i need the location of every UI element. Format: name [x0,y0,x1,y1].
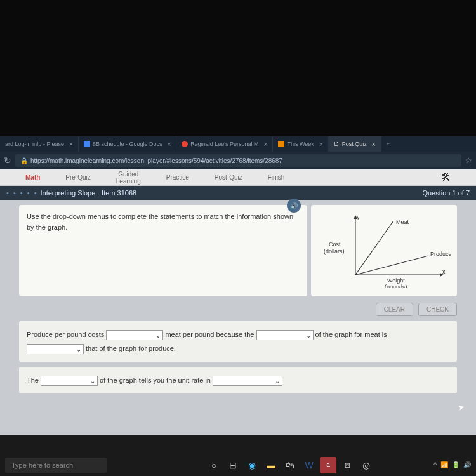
browser-tab-strip: ard Log-in info - Please× 8B schedule - … [0,136,476,152]
tab-label: Reginald Lee's Personal M [190,141,258,147]
new-tab-button[interactable]: + [381,141,395,147]
page-icon: 🗋 [334,141,340,147]
sentence-text: of the graph for meat is [314,331,387,338]
y-axis-label: y [357,214,360,220]
volume-icon[interactable]: 🔊 [463,461,471,468]
sentence-text: The [27,376,41,384]
instruction-text-end: by the graph. [27,223,67,231]
sentence-text: meat per pound because the [163,331,256,338]
instruction-underlined: shown [273,213,293,220]
dropdown-cost-comparison[interactable] [106,330,163,340]
battery-icon[interactable]: 🔋 [452,461,459,468]
check-button[interactable]: CHECK [418,303,457,316]
refresh-icon[interactable]: ↻ [4,155,11,166]
audio-button[interactable]: 🔊 [287,199,301,213]
nav-practice[interactable]: Practice [166,174,189,181]
windows-taskbar: Type here to search ○ ⊟ ◉ ▬ 🛍 W a ⧈ ◎ ^ … [0,454,476,476]
graph-panel: y x Meat Produce Cost (dollars) Weight (… [311,205,457,296]
progress-dots: • • • • • [6,189,37,197]
svg-line-5 [355,256,428,275]
favorite-icon[interactable]: ☆ [465,156,472,165]
toolbox-icon[interactable]: 🛠 [440,172,451,183]
app-icon [278,141,284,147]
nav-finish[interactable]: Finish [268,174,285,181]
series-meat-label: Meat [396,219,409,225]
dropdown-graph-feature[interactable] [256,330,314,340]
docs-icon [84,141,90,147]
instruction-panel: 🔊 Use the drop-down menus to complete th… [19,205,307,296]
taskbar-search[interactable]: Type here to search [5,458,107,473]
store-icon[interactable]: 🛍 [282,457,298,473]
x-axis-label: x [442,268,446,275]
dropdown-graph-property[interactable] [41,376,98,386]
nav-postquiz[interactable]: Post-Quiz [215,174,242,181]
clear-button[interactable]: CLEAR [376,303,413,316]
close-icon[interactable]: × [69,141,73,148]
network-icon[interactable]: 📶 [440,461,448,468]
ylabel2: (dollars) [324,248,345,255]
close-icon[interactable]: × [372,141,376,148]
word-icon[interactable]: W [301,457,317,473]
nav-prequiz[interactable]: Pre-Quiz [65,174,90,181]
xlabel1: Weight [387,277,405,284]
close-icon[interactable]: × [264,141,268,148]
browser-tab[interactable]: ard Log-in info - Please× [0,136,79,152]
nav-guided[interactable]: Guided Learning [116,171,141,185]
close-icon[interactable]: × [167,141,171,148]
url-text: https://math.imaginelearning.com/lesson_… [30,157,282,164]
browser-tab-active[interactable]: 🗋Post Quiz× [329,136,381,152]
lesson-title: Interpreting Slope - Item 31068 [40,189,136,197]
cost-weight-graph: y x Meat Produce Cost (dollars) Weight (… [317,211,451,288]
sentence-panel-1: Produce per pound costs meat per pound b… [19,321,457,362]
explorer-icon[interactable]: ▬ [263,457,279,473]
tab-label: ard Log-in info - Please [5,141,64,147]
chevron-up-icon[interactable]: ^ [433,461,437,468]
dropdown-comparison[interactable] [27,344,84,354]
browser-tab[interactable]: 8B schedule - Google Docs× [79,136,176,152]
dropbox-icon[interactable]: ⧈ [339,457,355,473]
lesson-header: • • • • • Interpreting Slope - Item 3106… [0,186,476,200]
series-produce-label: Produce [430,251,451,257]
xlabel2: (pounds) [385,284,407,288]
app-icon [182,141,188,147]
url-bar: ↻ 🔒 https://math.imaginelearning.com/les… [0,152,476,169]
close-icon[interactable]: × [319,141,323,148]
app-icon[interactable]: ◎ [358,457,374,473]
subject-label[interactable]: Math [25,174,40,181]
lesson-nav: Math Pre-Quiz Guided Learning Practice P… [0,169,476,186]
edge-icon[interactable]: ◉ [244,457,260,473]
sentence-text: of the graph tells you the unit rate in [98,376,213,384]
content-area: 🔊 Use the drop-down menus to complete th… [0,200,476,435]
ylabel1: Cost [329,241,341,248]
tab-label: 8B schedule - Google Docs [93,141,162,147]
browser-tab[interactable]: This Week× [273,136,328,152]
cortana-icon[interactable]: ○ [206,457,222,473]
instruction-text: Use the drop-down menus to complete the … [27,213,273,220]
sentence-text: Produce per pound costs [27,331,106,338]
task-view-icon[interactable]: ⊟ [225,457,241,473]
url-input[interactable]: 🔒 https://math.imaginelearning.com/lesso… [15,154,461,167]
sentence-text: that of the graph for produce. [84,345,176,352]
access-icon[interactable]: a [320,457,336,473]
tab-label: Post Quiz [342,141,367,147]
tab-label: This Week [287,141,314,147]
browser-tab[interactable]: Reginald Lee's Personal M× [176,136,273,152]
dropdown-unit[interactable] [213,376,282,386]
question-counter: Question 1 of 7 [422,189,470,197]
sentence-panel-2: The of the graph tells you the unit rate… [19,367,457,393]
lock-icon: 🔒 [20,157,28,164]
